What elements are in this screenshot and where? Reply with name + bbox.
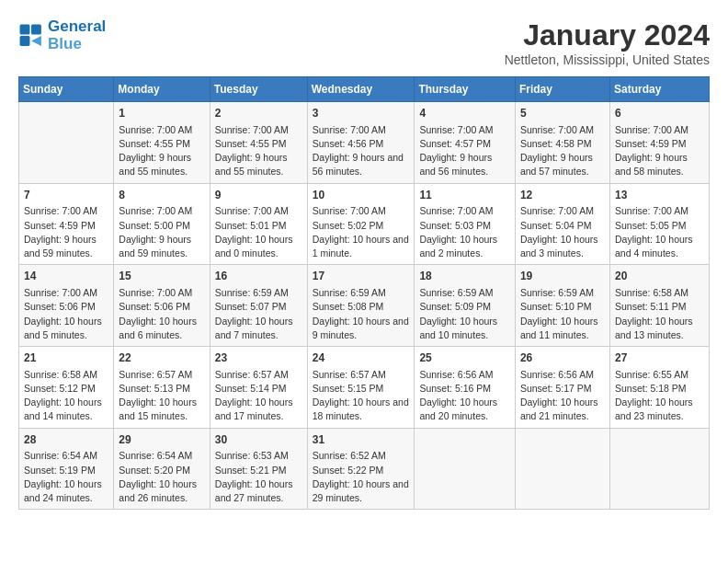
day-number: 16 <box>215 269 302 284</box>
logo: General Blue <box>18 18 106 52</box>
calendar-week-row: 28Sunrise: 6:54 AMSunset: 5:19 PMDayligh… <box>19 428 710 510</box>
day-info: Sunrise: 6:59 AMSunset: 5:07 PMDaylight:… <box>215 286 302 342</box>
day-number: 15 <box>119 269 204 284</box>
calendar-day-cell: 11Sunrise: 7:00 AMSunset: 5:03 PMDayligh… <box>415 183 516 265</box>
day-info: Sunrise: 6:56 AMSunset: 5:16 PMDaylight:… <box>419 368 510 424</box>
calendar-week-row: 1Sunrise: 7:00 AMSunset: 4:55 PMDaylight… <box>19 102 710 184</box>
day-number: 19 <box>520 269 605 284</box>
day-number: 12 <box>520 188 605 203</box>
weekday-header: Monday <box>114 77 210 102</box>
svg-marker-3 <box>31 36 41 46</box>
calendar-day-cell <box>609 428 709 510</box>
day-info: Sunrise: 7:00 AMSunset: 4:56 PMDaylight:… <box>313 123 410 179</box>
day-info: Sunrise: 7:00 AMSunset: 4:59 PMDaylight:… <box>24 204 108 260</box>
title-block: January 2024 Nettleton, Mississippi, Uni… <box>505 18 710 67</box>
day-info: Sunrise: 7:00 AMSunset: 5:03 PMDaylight:… <box>419 204 510 260</box>
day-info: Sunrise: 7:00 AMSunset: 5:04 PMDaylight:… <box>520 204 605 260</box>
day-number: 1 <box>119 106 204 121</box>
day-number: 21 <box>24 350 108 366</box>
day-number: 23 <box>215 350 302 366</box>
day-number: 5 <box>520 106 605 121</box>
day-number: 4 <box>419 106 510 121</box>
day-info: Sunrise: 7:00 AMSunset: 5:01 PMDaylight:… <box>215 204 302 260</box>
day-info: Sunrise: 6:59 AMSunset: 5:10 PMDaylight:… <box>520 286 605 342</box>
calendar-week-row: 21Sunrise: 6:58 AMSunset: 5:12 PMDayligh… <box>19 347 710 429</box>
logo-text: General Blue <box>48 18 106 52</box>
calendar-day-cell: 18Sunrise: 6:59 AMSunset: 5:09 PMDayligh… <box>415 265 516 347</box>
day-info: Sunrise: 6:59 AMSunset: 5:09 PMDaylight:… <box>419 286 510 342</box>
calendar-day-cell: 15Sunrise: 7:00 AMSunset: 5:06 PMDayligh… <box>114 265 210 347</box>
calendar-day-cell: 23Sunrise: 6:57 AMSunset: 5:14 PMDayligh… <box>210 347 307 429</box>
calendar-day-cell: 29Sunrise: 6:54 AMSunset: 5:20 PMDayligh… <box>114 428 210 510</box>
day-info: Sunrise: 7:00 AMSunset: 5:00 PMDaylight:… <box>119 204 204 260</box>
weekday-header: Sunday <box>19 77 114 102</box>
calendar-day-cell: 16Sunrise: 6:59 AMSunset: 5:07 PMDayligh… <box>210 265 307 347</box>
calendar-day-cell <box>19 102 114 184</box>
day-number: 26 <box>520 350 605 366</box>
calendar-day-cell <box>515 428 609 510</box>
calendar-day-cell: 25Sunrise: 6:56 AMSunset: 5:16 PMDayligh… <box>415 347 516 429</box>
day-info: Sunrise: 6:57 AMSunset: 5:15 PMDaylight:… <box>313 368 410 424</box>
day-info: Sunrise: 6:57 AMSunset: 5:13 PMDaylight:… <box>119 368 204 424</box>
day-info: Sunrise: 6:58 AMSunset: 5:11 PMDaylight:… <box>615 286 704 342</box>
day-info: Sunrise: 6:55 AMSunset: 5:18 PMDaylight:… <box>615 368 704 424</box>
day-number: 27 <box>615 350 704 366</box>
calendar-day-cell: 19Sunrise: 6:59 AMSunset: 5:10 PMDayligh… <box>515 265 609 347</box>
day-info: Sunrise: 6:58 AMSunset: 5:12 PMDaylight:… <box>24 368 108 424</box>
day-number: 14 <box>24 269 108 284</box>
calendar-day-cell: 5Sunrise: 7:00 AMSunset: 4:58 PMDaylight… <box>515 102 609 184</box>
day-number: 22 <box>119 350 204 366</box>
calendar-day-cell: 2Sunrise: 7:00 AMSunset: 4:55 PMDaylight… <box>210 102 307 184</box>
day-info: Sunrise: 7:00 AMSunset: 5:06 PMDaylight:… <box>24 286 108 342</box>
weekday-header: Wednesday <box>307 77 415 102</box>
weekday-header: Thursday <box>415 77 516 102</box>
svg-rect-0 <box>20 24 30 34</box>
calendar-day-cell: 17Sunrise: 6:59 AMSunset: 5:08 PMDayligh… <box>307 265 415 347</box>
calendar-day-cell: 10Sunrise: 7:00 AMSunset: 5:02 PMDayligh… <box>307 183 415 265</box>
day-number: 30 <box>215 432 302 448</box>
day-info: Sunrise: 6:59 AMSunset: 5:08 PMDaylight:… <box>313 286 410 342</box>
day-number: 11 <box>419 188 510 203</box>
day-number: 29 <box>119 432 204 448</box>
calendar-day-cell: 31Sunrise: 6:52 AMSunset: 5:22 PMDayligh… <box>307 428 415 510</box>
calendar-day-cell: 1Sunrise: 7:00 AMSunset: 4:55 PMDaylight… <box>114 102 210 184</box>
calendar-day-cell: 8Sunrise: 7:00 AMSunset: 5:00 PMDaylight… <box>114 183 210 265</box>
day-number: 18 <box>419 269 510 284</box>
weekday-header: Tuesday <box>210 77 307 102</box>
calendar-week-row: 14Sunrise: 7:00 AMSunset: 5:06 PMDayligh… <box>19 265 710 347</box>
calendar-day-cell: 27Sunrise: 6:55 AMSunset: 5:18 PMDayligh… <box>609 347 709 429</box>
day-number: 6 <box>615 106 704 121</box>
page-header: General Blue January 2024 Nettleton, Mis… <box>18 18 710 67</box>
calendar-table: SundayMondayTuesdayWednesdayThursdayFrid… <box>18 76 710 510</box>
day-info: Sunrise: 7:00 AMSunset: 5:06 PMDaylight:… <box>119 286 204 342</box>
day-number: 13 <box>615 188 704 203</box>
calendar-day-cell: 14Sunrise: 7:00 AMSunset: 5:06 PMDayligh… <box>19 265 114 347</box>
day-info: Sunrise: 7:00 AMSunset: 4:58 PMDaylight:… <box>520 123 605 179</box>
calendar-day-cell: 6Sunrise: 7:00 AMSunset: 4:59 PMDaylight… <box>609 102 709 184</box>
day-number: 8 <box>119 188 204 203</box>
day-number: 3 <box>313 106 410 121</box>
logo-icon <box>18 23 44 49</box>
day-info: Sunrise: 6:52 AMSunset: 5:22 PMDaylight:… <box>313 449 410 505</box>
calendar-day-cell: 9Sunrise: 7:00 AMSunset: 5:01 PMDaylight… <box>210 183 307 265</box>
calendar-day-cell: 13Sunrise: 7:00 AMSunset: 5:05 PMDayligh… <box>609 183 709 265</box>
day-number: 7 <box>24 188 108 203</box>
calendar-day-cell: 21Sunrise: 6:58 AMSunset: 5:12 PMDayligh… <box>19 347 114 429</box>
calendar-title: January 2024 <box>505 18 710 52</box>
weekday-header: Saturday <box>609 77 709 102</box>
day-number: 31 <box>313 432 410 448</box>
day-info: Sunrise: 7:00 AMSunset: 4:57 PMDaylight:… <box>419 123 510 179</box>
calendar-day-cell: 28Sunrise: 6:54 AMSunset: 5:19 PMDayligh… <box>19 428 114 510</box>
calendar-day-cell: 3Sunrise: 7:00 AMSunset: 4:56 PMDaylight… <box>307 102 415 184</box>
day-info: Sunrise: 7:00 AMSunset: 4:55 PMDaylight:… <box>215 123 302 179</box>
day-info: Sunrise: 7:00 AMSunset: 4:55 PMDaylight:… <box>119 123 204 179</box>
day-info: Sunrise: 6:54 AMSunset: 5:20 PMDaylight:… <box>119 449 204 505</box>
weekday-header-row: SundayMondayTuesdayWednesdayThursdayFrid… <box>19 77 710 102</box>
day-number: 24 <box>313 350 410 366</box>
weekday-header: Friday <box>515 77 609 102</box>
calendar-day-cell: 7Sunrise: 7:00 AMSunset: 4:59 PMDaylight… <box>19 183 114 265</box>
svg-rect-2 <box>20 36 30 46</box>
day-info: Sunrise: 6:56 AMSunset: 5:17 PMDaylight:… <box>520 368 605 424</box>
calendar-day-cell <box>415 428 516 510</box>
day-info: Sunrise: 7:00 AMSunset: 5:05 PMDaylight:… <box>615 204 704 260</box>
